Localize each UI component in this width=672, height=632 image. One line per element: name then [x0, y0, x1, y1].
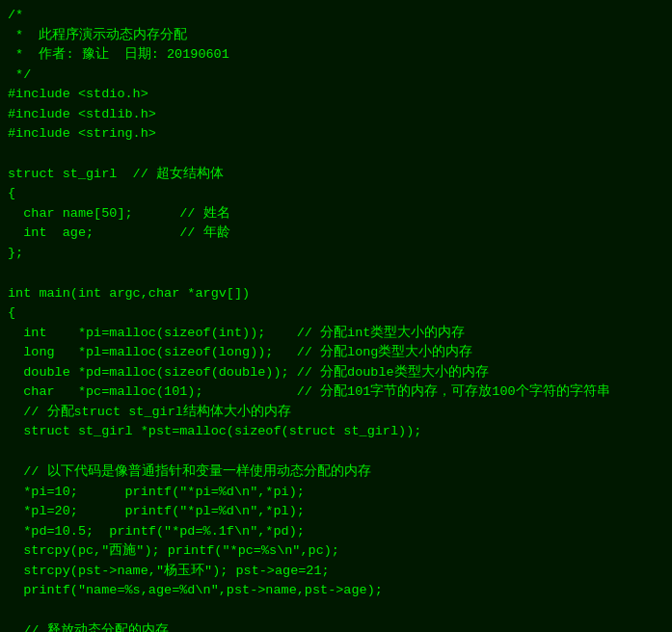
code-line: strcpy(pc,"西施"); printf("*pc=%s\n",pc);	[8, 541, 664, 562]
code-line: strcpy(pst->name,"杨玉环"); pst->age=21;	[8, 562, 664, 582]
code-line-empty	[8, 263, 664, 283]
code-line: long *pl=malloc(sizeof(long)); // 分配long…	[8, 343, 664, 363]
code-line: struct st_girl *pst=malloc(sizeof(struct…	[8, 422, 664, 442]
code-line: printf("name=%s,age=%d\n",pst->name,pst-…	[8, 581, 664, 601]
code-line: #include <stdlib.h>	[8, 105, 664, 125]
code-editor: /* * 此程序演示动态内存分配 * 作者: 豫让 日期: 20190601 *…	[0, 0, 672, 632]
code-line: int *pi=malloc(sizeof(int)); // 分配int类型大…	[8, 324, 664, 344]
code-line: {	[8, 184, 664, 204]
code-line: int age; // 年龄	[8, 224, 664, 244]
code-line: *pd=10.5; printf("*pd=%.1f\n",*pd);	[8, 522, 664, 542]
code-line: // 释放动态分配的内存	[8, 621, 664, 632]
code-line: *pi=10; printf("*pi=%d\n",*pi);	[8, 483, 664, 503]
code-line: /*	[8, 6, 664, 26]
code-line: *pl=20; printf("*pl=%d\n",*pl);	[8, 502, 664, 522]
code-line: char name[50]; // 姓名	[8, 204, 664, 224]
code-line: * 此程序演示动态内存分配	[8, 26, 664, 46]
code-line: #include <stdio.h>	[8, 85, 664, 105]
code-line: struct st_girl // 超女结构体	[8, 165, 664, 185]
code-line-empty	[8, 442, 664, 462]
code-line: */	[8, 66, 664, 86]
code-line: {	[8, 303, 664, 324]
code-line-empty	[8, 601, 664, 621]
code-line: #include <string.h>	[8, 124, 664, 145]
code-line: char *pc=malloc(101); // 分配101字节的内存，可存放1…	[8, 382, 664, 403]
code-line: };	[8, 244, 664, 264]
code-line: * 作者: 豫让 日期: 20190601	[8, 45, 664, 66]
code-line: double *pd=malloc(sizeof(double)); // 分配…	[8, 363, 664, 383]
code-line: // 以下代码是像普通指针和变量一样使用动态分配的内存	[8, 462, 664, 483]
code-line: int main(int argc,char *argv[])	[8, 284, 664, 304]
code-line: // 分配struct st_girl结构体大小的内存	[8, 403, 664, 423]
code-line-empty	[8, 145, 664, 165]
